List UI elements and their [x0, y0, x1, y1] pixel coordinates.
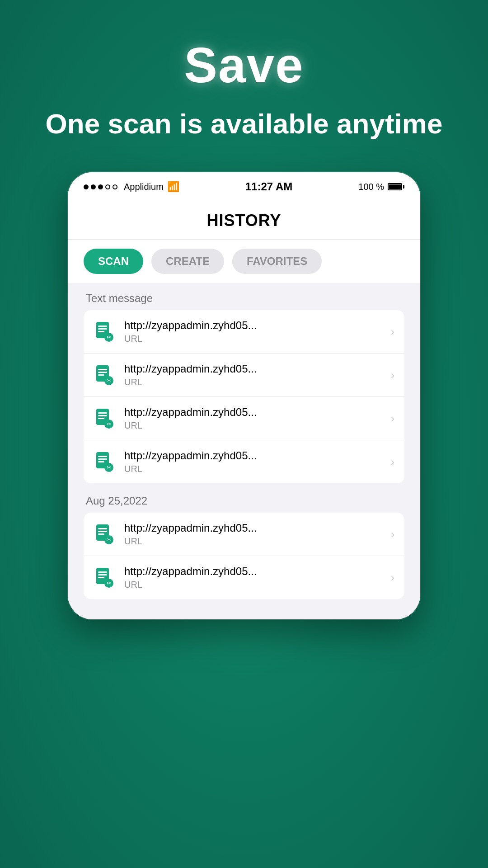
tab-create[interactable]: CREATE [151, 249, 224, 274]
list-card-aug-2022: ✂ http://zyappadmin.zyhd05... URL › [84, 513, 404, 599]
item-text: http://zyappadmin.zyhd05... URL [124, 363, 391, 387]
svg-rect-20 [98, 458, 107, 460]
svg-rect-13 [98, 412, 107, 414]
list-item[interactable]: ✂ http://zyappadmin.zyhd05... URL › [84, 556, 404, 599]
chevron-right-icon: › [391, 326, 394, 338]
app-content: HISTORY SCAN CREATE FAVORITES Text messa… [68, 198, 420, 619]
item-type: URL [124, 420, 391, 431]
status-right: 100 % [358, 182, 404, 192]
item-url: http://zyappadmin.zyhd05... [124, 522, 391, 534]
svg-rect-9 [98, 374, 104, 376]
item-type: URL [124, 464, 391, 474]
chevron-right-icon: › [391, 456, 394, 468]
chevron-right-icon: › [391, 369, 394, 382]
status-bar: Applidium 📶 11:27 AM 100 % [68, 172, 420, 198]
item-text: http://zyappadmin.zyhd05... URL [124, 565, 391, 590]
list-item[interactable]: ✂ http://zyappadmin.zyhd05... URL › [84, 513, 404, 556]
section-label-aug-2022: Aug 25,2022 [84, 495, 404, 507]
item-type: URL [124, 334, 391, 344]
svg-rect-32 [98, 574, 107, 576]
item-type: URL [124, 377, 391, 387]
doc-icon: ✂ [94, 321, 115, 343]
signal-dot-1 [84, 184, 89, 189]
signal-dot-4 [105, 184, 110, 189]
tab-favorites[interactable]: FAVORITES [232, 249, 322, 274]
item-text: http://zyappadmin.zyhd05... URL [124, 522, 391, 547]
battery-percentage: 100 % [358, 182, 384, 192]
svg-rect-26 [98, 531, 107, 532]
battery-icon [388, 183, 404, 190]
svg-rect-31 [98, 571, 107, 573]
list-item[interactable]: ✂ http://zyappadmin.zyhd05... URL › [84, 397, 404, 440]
item-text: http://zyappadmin.zyhd05... URL [124, 406, 391, 431]
list-card-text-message: ✂ http://zyappadmin.zyhd05... URL › [84, 310, 404, 483]
section-label-text-message: Text message [84, 292, 404, 305]
list-item[interactable]: ✂ http://zyappadmin.zyhd05... URL › [84, 354, 404, 397]
list-item[interactable]: ✂ http://zyappadmin.zyhd05... URL › [84, 440, 404, 483]
status-left: Applidium 📶 [84, 181, 179, 193]
svg-rect-27 [98, 533, 104, 535]
wifi-icon: 📶 [167, 181, 179, 193]
svg-rect-7 [98, 369, 107, 370]
item-type: URL [124, 580, 391, 590]
item-text: http://zyappadmin.zyhd05... URL [124, 319, 391, 344]
svg-rect-25 [98, 528, 107, 529]
svg-text:✂: ✂ [107, 537, 111, 543]
svg-text:✂: ✂ [107, 377, 111, 384]
signal-dot-5 [113, 184, 117, 189]
tabs-container: SCAN CREATE FAVORITES [68, 240, 420, 283]
list-item[interactable]: ✂ http://zyappadmin.zyhd05... URL › [84, 310, 404, 354]
svg-rect-33 [98, 577, 104, 578]
doc-icon: ✂ [94, 451, 115, 473]
doc-icon: ✂ [94, 567, 115, 589]
item-url: http://zyappadmin.zyhd05... [124, 363, 391, 375]
status-time: 11:27 AM [245, 180, 292, 193]
svg-rect-3 [98, 331, 104, 332]
item-url: http://zyappadmin.zyhd05... [124, 565, 391, 578]
page-subtitle: One scan is available anytime [19, 107, 470, 141]
signal-dot-3 [98, 184, 103, 189]
svg-rect-19 [98, 456, 107, 457]
chevron-right-icon: › [391, 412, 394, 425]
svg-rect-2 [98, 328, 107, 330]
svg-rect-15 [98, 418, 104, 419]
app-title: HISTORY [84, 211, 404, 230]
signal-dots [84, 184, 117, 189]
svg-text:✂: ✂ [107, 580, 111, 586]
svg-rect-21 [98, 461, 104, 462]
doc-icon: ✂ [94, 364, 115, 386]
item-url: http://zyappadmin.zyhd05... [124, 449, 391, 462]
svg-rect-1 [98, 326, 107, 327]
chevron-right-icon: › [391, 571, 394, 584]
chevron-right-icon: › [391, 528, 394, 541]
page-title: Save [184, 36, 304, 94]
history-body: Text message ✂ http://zyappadmin.zyhd05.… [68, 283, 420, 619]
item-url: http://zyappadmin.zyhd05... [124, 319, 391, 332]
item-type: URL [124, 536, 391, 547]
svg-rect-14 [98, 415, 107, 416]
svg-text:✂: ✂ [107, 421, 111, 427]
svg-rect-8 [98, 372, 107, 373]
doc-icon: ✂ [94, 524, 115, 545]
phone-frame: Applidium 📶 11:27 AM 100 % HISTORY SCAN … [68, 172, 420, 619]
svg-text:✂: ✂ [107, 334, 111, 340]
item-url: http://zyappadmin.zyhd05... [124, 406, 391, 419]
svg-text:✂: ✂ [107, 464, 111, 471]
item-text: http://zyappadmin.zyhd05... URL [124, 449, 391, 474]
tab-scan[interactable]: SCAN [84, 249, 143, 274]
doc-icon: ✂ [94, 408, 115, 429]
carrier-label: Applidium [124, 182, 164, 192]
signal-dot-2 [91, 184, 96, 189]
app-header: HISTORY [68, 198, 420, 240]
